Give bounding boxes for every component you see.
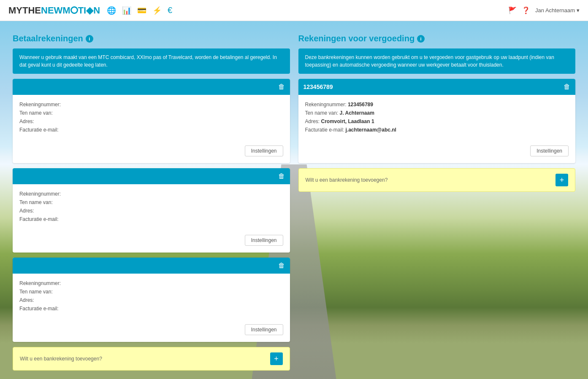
card-2-header: 🗑 (13, 168, 290, 184)
card-3-adres-row: Adres: (19, 297, 283, 303)
betaalrekening-card-3: 🗑 Rekeningnummer: Ten name van: Adres: F… (13, 258, 290, 342)
card-3-header: 🗑 (13, 258, 290, 274)
logo: MY THE NEW M TI ◆ N (8, 5, 100, 16)
vergoeding-email-label: Facturatie e-mail: (305, 127, 346, 133)
header-left: MY THE NEW M TI ◆ N 🌐 📊 💳 ⚡ € (8, 5, 172, 16)
vergoeding-info-box: Deze bankrekeningen kunnen worden gebrui… (298, 48, 576, 74)
card-2-email-label: Facturatie e-mail: (19, 216, 59, 222)
card-3-delete-icon[interactable]: 🗑 (278, 262, 285, 269)
header: MY THE NEW M TI ◆ N 🌐 📊 💳 ⚡ € 🚩 ❓ Jan Ac… (0, 0, 588, 21)
vergoeding-info-text: Deze bankrekeningen kunnen worden gebrui… (305, 54, 554, 68)
card-1-rekeningnummer-label: Rekeningnummer: (19, 102, 61, 108)
vergoeding-card-1: 123456789 🗑 Rekeningnummer: 123456789 Te… (298, 79, 576, 163)
vergoeding-card-1-delete-icon[interactable]: 🗑 (564, 83, 570, 91)
vergoeding-add-bank-button[interactable]: + (555, 174, 568, 186)
betaalrekeningen-info-text: Wanneer u gebruik maakt van een MTC comb… (19, 54, 277, 68)
card-3-instellingen-button[interactable]: Instellingen (245, 324, 283, 335)
card-3-rekeningnummer-label: Rekeningnummer: (19, 280, 61, 286)
card-2-body: Rekeningnummer: Ten name van: Adres: Fac… (13, 184, 290, 231)
logo-n-text: ◆ (86, 5, 93, 16)
card-3-email-label: Facturatie e-mail: (19, 306, 59, 312)
card-3-email-row: Facturatie e-mail: (19, 306, 283, 312)
bolt-icon[interactable]: ⚡ (152, 6, 162, 15)
main-content: Betaalrekeningen i Wanneer u gebruik maa… (0, 21, 588, 379)
card-1-instellingen-button[interactable]: Instellingen (245, 145, 283, 156)
header-right: 🚩 ❓ Jan Achternaam ▾ (508, 6, 580, 14)
vergoeding-add-bank-text: Wilt u een bankrekening toevoegen? (306, 177, 388, 184)
vergoeding-card-1-instellingen-button[interactable]: Instellingen (530, 145, 569, 156)
card-1-body: Rekeningnummer: Ten name van: Adres: Fac… (13, 95, 290, 142)
vergoeding-card-1-body: Rekeningnummer: 123456789 Ten name van: … (298, 95, 576, 142)
help-icon[interactable]: ❓ (522, 6, 530, 14)
card-2-adres-label: Adres: (19, 208, 34, 214)
betaalrekeningen-add-bank-text: Wilt u een bankrekening toevoegen? (20, 355, 102, 363)
betaalrekeningen-info-icon[interactable]: i (86, 35, 93, 43)
card-1-footer: Instellingen (13, 142, 290, 163)
card-1-tennamvan-row: Ten name van: (19, 110, 283, 116)
card-2-adres-row: Adres: (19, 208, 283, 214)
betaalrekeningen-info-box: Wanneer u gebruik maakt van een MTC comb… (13, 48, 290, 74)
card-2-instellingen-button[interactable]: Instellingen (245, 235, 283, 246)
card-1-delete-icon[interactable]: 🗑 (278, 83, 285, 91)
card-3-tennamvan-row: Ten name van: (19, 289, 283, 295)
flag-icon[interactable]: 🚩 (508, 6, 517, 14)
vergoeding-email-row: Facturatie e-mail: j.achternaam@abc.nl (305, 127, 569, 133)
card-3-adres-label: Adres: (19, 297, 34, 303)
logo-n2-text: N (93, 5, 100, 16)
vergoeding-tennamvan-row: Ten name van: J. Achternaam (305, 110, 569, 116)
card-3-rekeningnummer-row: Rekeningnummer: (19, 280, 283, 286)
globe-icon[interactable]: 🌐 (107, 6, 116, 15)
card-icon[interactable]: 💳 (137, 6, 146, 15)
vergoeding-rekeningnummer-row: Rekeningnummer: 123456789 (305, 102, 569, 108)
betaalrekeningen-add-bank-button[interactable]: + (270, 352, 283, 365)
betaalrekeningen-title: Betaalrekeningen i (13, 34, 290, 43)
vergoeding-adres-label: Adres: (305, 118, 321, 124)
logo-o-icon (70, 6, 78, 14)
card-1-rekeningnummer-row: Rekeningnummer: (19, 102, 283, 108)
vergoeding-tennamvan-value: J. Achternaam (340, 110, 374, 116)
card-2-delete-icon[interactable]: 🗑 (278, 172, 285, 180)
vergoeding-card-1-header-title: 123456789 (303, 83, 333, 90)
vergoeding-adres-row: Adres: Cromvoirt, Laadlaan 1 (305, 118, 569, 124)
vergoeding-title-text: Rekeningen voor vergoeding (298, 34, 415, 43)
logo-the-text: THE (22, 5, 41, 16)
card-3-body: Rekeningnummer: Ten name van: Adres: Fac… (13, 274, 290, 321)
user-dropdown-icon: ▾ (577, 7, 580, 13)
vergoeding-card-1-header: 123456789 🗑 (298, 79, 576, 95)
logo-my-text: MY (8, 5, 22, 16)
user-name: Jan Achternaam (535, 7, 575, 13)
vergoeding-title: Rekeningen voor vergoeding i (298, 34, 576, 43)
chart-icon[interactable]: 📊 (122, 6, 131, 15)
user-menu[interactable]: Jan Achternaam ▾ (535, 7, 580, 13)
card-2-tennamvan-row: Ten name van: (19, 199, 283, 205)
card-3-tennamvan-label: Ten name van: (19, 289, 53, 295)
logo-tion-text: TI (78, 5, 87, 16)
betaalrekeningen-add-bank-box: Wilt u een bankrekening toevoegen? + (13, 347, 290, 371)
card-1-email-row: Facturatie e-mail: (19, 127, 283, 133)
vergoeding-panel: Rekeningen voor vergoeding i Deze bankre… (298, 34, 576, 371)
vergoeding-info-icon[interactable]: i (417, 35, 425, 43)
card-3-footer: Instellingen (13, 321, 290, 342)
card-2-rekeningnummer-label: Rekeningnummer: (19, 191, 61, 197)
betaalrekeningen-panel: Betaalrekeningen i Wanneer u gebruik maa… (13, 34, 290, 371)
card-1-adres-label: Adres: (19, 118, 34, 124)
card-1-adres-row: Adres: (19, 118, 283, 124)
euro-icon[interactable]: € (168, 5, 172, 15)
panels-container: Betaalrekeningen i Wanneer u gebruik maa… (0, 21, 588, 379)
card-1-email-label: Facturatie e-mail: (19, 127, 59, 133)
vergoeding-add-bank-box: Wilt u een bankrekening toevoegen? + (298, 168, 576, 192)
card-2-footer: Instellingen (13, 231, 290, 253)
vergoeding-tennamvan-label: Ten name van: (305, 110, 340, 116)
card-2-tennamvan-label: Ten name van: (19, 199, 53, 205)
nav-icons: 🌐 📊 💳 ⚡ € (107, 5, 172, 15)
betaalrekening-card-2: 🗑 Rekeningnummer: Ten name van: Adres: F… (13, 168, 290, 253)
vergoeding-rekeningnummer-value: 123456789 (348, 102, 373, 108)
card-1-header: 🗑 (13, 79, 290, 95)
betaalrekening-card-1: 🗑 Rekeningnummer: Ten name van: Adres: F… (13, 79, 290, 163)
vergoeding-adres-value: Cromvoirt, Laadlaan 1 (321, 118, 374, 124)
logo-new-text: NEW (41, 5, 62, 16)
card-1-tennamvan-label: Ten name van: (19, 110, 53, 116)
vergoeding-card-1-footer: Instellingen (298, 142, 576, 163)
card-2-email-row: Facturatie e-mail: (19, 216, 283, 222)
vergoeding-email-value: j.achternaam@abc.nl (346, 127, 396, 133)
